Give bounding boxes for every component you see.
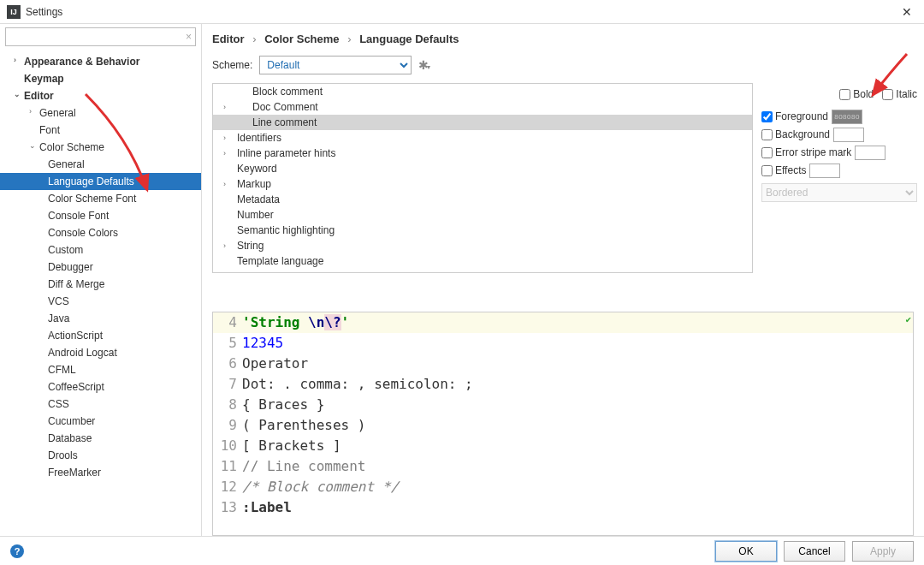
sidebar-item-label: Color Scheme Font [48,193,136,205]
sidebar-item[interactable]: CFML [0,361,201,378]
line-number: 10 [213,436,242,456]
sidebar-item[interactable]: Drools [0,447,201,464]
sidebar-item-label: Android Logcat [48,347,117,359]
sidebar-item[interactable]: ›General [0,104,201,122]
scheme-select[interactable]: Default [259,56,412,74]
sidebar-item-label: CSS [48,398,69,410]
line-number: 11 [213,456,242,477]
sidebar-item[interactable]: Language Defaults [0,173,201,190]
sidebar-item-label: Custom [48,244,83,256]
breadcrumb-a[interactable]: Editor [212,33,245,45]
scheme-label: Scheme: [212,59,252,71]
sidebar-item-label: Console Colors [48,227,118,239]
apply-button[interactable]: Apply [852,541,914,562]
category-row[interactable]: Block comment [213,84,752,99]
sidebar-item-label: CFML [48,364,76,376]
sidebar-item[interactable]: ⌄Color Scheme [0,139,201,156]
category-list[interactable]: Block comment›Doc CommentLine comment›Id… [212,83,753,273]
foreground-checkbox[interactable]: Foreground [761,110,828,122]
effects-checkbox[interactable]: Effects [761,164,806,176]
italic-checkbox[interactable]: Italic [882,88,917,100]
sidebar-item[interactable]: Custom [0,241,201,259]
sidebar-item-label: General [39,107,76,119]
sidebar-item[interactable]: Console Font [0,207,201,224]
category-row[interactable]: ›Doc Comment [213,99,752,115]
sidebar-item[interactable]: Console Colors [0,224,201,241]
expand-icon: › [29,107,32,116]
preview-line: 4'String \n\?' [213,312,913,333]
sidebar-item-label: Color Scheme [39,141,104,153]
effects-select[interactable]: Bordered [761,183,917,202]
preview-line: 9( Parentheses ) [213,415,913,436]
sidebar-item[interactable]: Android Logcat [0,344,201,361]
code-content: /* Block comment */ [242,477,913,497]
line-number: 13 [213,497,242,518]
search-input[interactable] [5,27,196,46]
category-label: String [237,240,264,252]
sidebar-item[interactable]: Diff & Merge [0,276,201,293]
background-swatch[interactable] [833,128,864,142]
sidebar-item[interactable]: FreeMarker [0,464,201,481]
bold-checkbox[interactable]: Bold [839,88,874,100]
category-label: Inline parameter hints [237,147,335,159]
expand-icon: › [223,180,226,188]
settings-tree[interactable]: ›Appearance & BehaviorKeymap⌄Editor›Gene… [0,50,201,536]
category-row[interactable]: ›Markup [213,176,752,192]
sidebar-item[interactable]: Database [0,430,201,447]
code-preview[interactable]: ✔ 4'String \n\?'5123456Operator7Dot: . c… [212,312,914,537]
sidebar-item[interactable]: Color Scheme Font [0,190,201,207]
sidebar-item[interactable]: CoffeeScript [0,378,201,396]
line-number: 12 [213,477,242,497]
help-icon[interactable]: ? [10,544,24,558]
code-content: { Braces } [242,395,913,415]
sidebar-item-label: General [48,158,85,170]
sidebar-item[interactable]: Font [0,122,201,139]
foreground-swatch[interactable]: 808080 [832,110,862,124]
sidebar-item[interactable]: Java [0,310,201,327]
line-number: 8 [213,395,242,415]
sidebar-item[interactable]: General [0,156,201,173]
category-row[interactable]: Keyword [213,161,752,176]
category-row[interactable]: Semantic highlighting [213,223,752,238]
window-title: Settings [26,6,897,18]
stripe-checkbox[interactable]: Error stripe mark [761,146,851,158]
preview-line: 6Operator [213,354,913,374]
code-content: ( Parentheses ) [242,415,913,436]
gear-icon[interactable]: ✱▾ [418,58,430,72]
category-row[interactable]: ›Inline parameter hints [213,146,752,161]
category-row[interactable]: Template language [213,253,752,269]
ok-button[interactable]: OK [715,541,777,562]
category-row[interactable]: ›String [213,238,752,253]
stripe-swatch[interactable] [855,146,886,160]
category-label: Template language [237,255,323,267]
category-row[interactable]: ›Identifiers [213,130,752,146]
expand-icon: › [223,241,226,250]
category-label: Identifiers [237,132,281,144]
inspection-ok-icon: ✔ [905,314,911,325]
sidebar-item[interactable]: Cucumber [0,413,201,430]
sidebar-item[interactable]: ›Appearance & Behavior [0,53,201,70]
sidebar-item[interactable]: Keymap [0,70,201,87]
sidebar-item[interactable]: CSS [0,396,201,413]
app-icon: IJ [7,5,21,19]
category-row[interactable]: Metadata [213,192,752,207]
category-row[interactable]: Number [213,207,752,223]
expand-icon: › [223,103,226,111]
content-split: Block comment›Doc CommentLine comment›Id… [202,83,924,306]
cancel-button[interactable]: Cancel [784,541,845,562]
background-checkbox[interactable]: Background [761,128,830,140]
sidebar-item-label: CoffeeScript [48,381,104,393]
effects-swatch[interactable] [809,164,840,178]
category-row[interactable]: Line comment [213,115,752,130]
sidebar-item[interactable]: Debugger [0,259,201,276]
close-icon[interactable]: ✕ [897,5,917,19]
preview-line: 11// Line comment [213,456,913,477]
category-label: Doc Comment [252,101,318,113]
sidebar-item[interactable]: VCS [0,293,201,310]
preview-line: 8{ Braces } [213,395,913,415]
breadcrumb-b[interactable]: Color Scheme [264,33,339,45]
clear-icon[interactable]: × [186,31,192,43]
sidebar-item[interactable]: ActionScript [0,327,201,344]
sidebar-item[interactable]: ⌄Editor [0,87,201,104]
code-content: [ Brackets ] [242,436,913,456]
